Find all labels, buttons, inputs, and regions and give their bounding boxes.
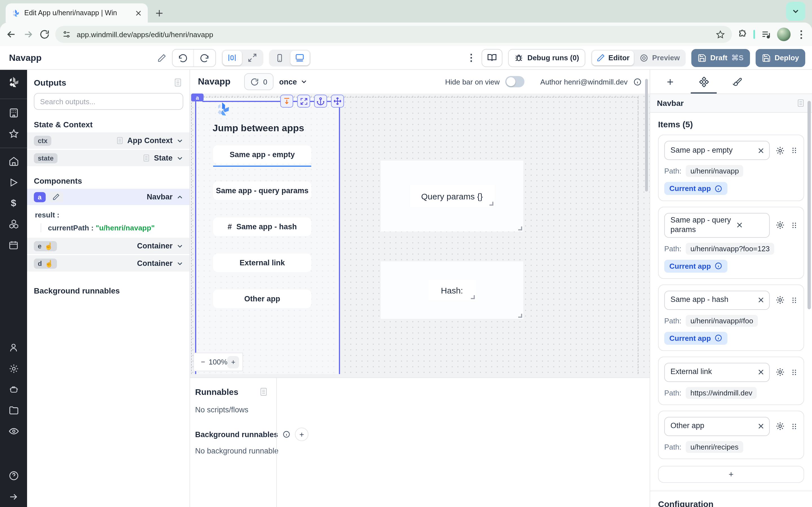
preview-tab[interactable]: Preview xyxy=(635,50,684,65)
draft-button[interactable]: Draft ⌘S xyxy=(691,49,750,67)
url-bar[interactable]: app.windmill.dev/apps/edit/u/henri/navap… xyxy=(55,26,732,43)
rail-workers-robot-icon[interactable] xyxy=(0,379,27,400)
component-e-row[interactable]: e ☝ Container xyxy=(27,238,190,254)
clear-icon[interactable] xyxy=(757,297,765,304)
clear-icon[interactable] xyxy=(757,423,765,430)
item-settings-gear-icon[interactable] xyxy=(775,421,785,431)
rail-favorites-star-icon[interactable] xyxy=(0,123,27,144)
browser-tab[interactable]: Edit App u/henri/navapp | Win xyxy=(6,3,148,22)
rail-users-icon[interactable] xyxy=(0,337,27,358)
nav-item-hash[interactable]: # Same app - hash xyxy=(213,217,311,236)
rail-expand-arrow-icon[interactable] xyxy=(0,486,27,507)
nav-item-query-params[interactable]: Same app - query params xyxy=(213,181,311,200)
search-outputs-input[interactable] xyxy=(34,93,183,110)
debug-runs-button[interactable]: Debug runs (0) xyxy=(508,49,585,67)
state-row[interactable]: state State xyxy=(27,150,190,166)
move-component-button[interactable] xyxy=(331,95,344,108)
clear-icon[interactable] xyxy=(736,222,743,229)
add-nav-item-button[interactable]: + xyxy=(658,466,804,483)
styling-tab[interactable] xyxy=(730,70,745,94)
app-canvas[interactable]: a Jump between apps Same app - empt xyxy=(190,94,650,378)
drag-handle-icon[interactable] xyxy=(791,296,798,305)
query-params-text-box[interactable]: Query params {} xyxy=(410,185,494,207)
undo-button[interactable] xyxy=(172,49,194,66)
rail-runs-icon[interactable] xyxy=(0,172,27,193)
rail-help-icon[interactable] xyxy=(0,465,27,486)
window-controls-chevron[interactable] xyxy=(786,2,805,21)
item-label-input[interactable]: External link xyxy=(664,363,770,382)
rail-schedules-icon[interactable] xyxy=(0,234,27,255)
docs-button[interactable] xyxy=(481,49,502,67)
mobile-view-button[interactable] xyxy=(270,50,289,65)
media-playlist-icon[interactable] xyxy=(761,29,771,40)
component-settings-tab[interactable] xyxy=(696,70,711,94)
item-label-input[interactable]: Same app - empty xyxy=(664,141,770,160)
rail-audit-eye-icon[interactable] xyxy=(0,420,27,441)
component-d-row[interactable]: d ☝ Container xyxy=(27,255,190,272)
drag-handle-icon[interactable] xyxy=(791,422,798,431)
profile-avatar[interactable] xyxy=(777,27,791,41)
new-tab-button[interactable] xyxy=(151,5,167,21)
resize-corner[interactable] xyxy=(470,295,474,299)
clear-icon[interactable] xyxy=(757,147,765,154)
full-width-button[interactable] xyxy=(243,50,262,65)
nav-item-same-app-empty[interactable]: Same app - empty xyxy=(213,145,311,164)
component-id-tag[interactable]: a xyxy=(191,94,204,101)
browser-menu-icon[interactable]: ⋮ xyxy=(796,28,806,41)
anchor-component-button[interactable] xyxy=(314,95,327,108)
drag-handle-icon[interactable] xyxy=(791,221,798,230)
app-menu-kebab-icon[interactable]: ⋮ xyxy=(466,52,476,64)
expand-down-button[interactable] xyxy=(280,95,293,108)
component-rename-pencil-icon[interactable] xyxy=(49,191,63,202)
editor-tab[interactable]: Editor xyxy=(592,50,634,65)
rail-settings-gear-icon[interactable] xyxy=(0,358,27,379)
item-settings-gear-icon[interactable] xyxy=(775,221,785,230)
reload-button[interactable] xyxy=(40,29,50,40)
resize-corner[interactable] xyxy=(518,314,522,318)
component-a-row[interactable]: a Navbar xyxy=(27,189,190,205)
hash-container[interactable]: Hash: xyxy=(380,262,523,319)
item-path[interactable]: u/henri/navapp xyxy=(686,165,744,177)
redo-button[interactable] xyxy=(194,49,215,66)
background-info-icon[interactable] xyxy=(283,431,290,438)
hash-text-box[interactable]: Hash: xyxy=(428,280,476,300)
item-path[interactable]: u/henri/recipes xyxy=(686,441,743,453)
extensions-puzzle-icon[interactable] xyxy=(738,29,748,40)
add-background-runnable-button[interactable]: + xyxy=(295,428,308,441)
insert-component-tab[interactable] xyxy=(663,70,677,94)
windmill-logo[interactable] xyxy=(0,70,27,95)
fullscreen-component-button[interactable] xyxy=(297,95,310,108)
item-settings-gear-icon[interactable] xyxy=(775,146,785,155)
selection-left-handle[interactable] xyxy=(195,97,196,374)
drag-handle-icon[interactable] xyxy=(791,368,798,377)
deploy-button[interactable]: Deploy xyxy=(755,49,805,67)
author-info-icon[interactable] xyxy=(633,77,642,86)
rail-folders-icon[interactable] xyxy=(0,400,27,420)
ctx-doc-icon[interactable] xyxy=(116,136,124,145)
rail-variables-icon[interactable]: $ xyxy=(0,193,27,214)
rename-pencil-icon[interactable] xyxy=(157,53,166,62)
component-doc-icon[interactable] xyxy=(796,99,805,108)
tab-close-icon[interactable] xyxy=(135,9,142,17)
hide-bar-toggle[interactable] xyxy=(505,76,524,87)
selection-right-handle[interactable] xyxy=(339,97,340,374)
zoom-in-button[interactable]: + xyxy=(227,356,239,368)
item-label-input[interactable]: Same app - hash xyxy=(664,291,770,310)
item-label-input[interactable]: Other app xyxy=(664,417,770,436)
back-button[interactable] xyxy=(6,29,17,40)
resize-corner[interactable] xyxy=(518,226,522,230)
item-label-input[interactable]: Same app - query params xyxy=(664,213,770,238)
item-settings-gear-icon[interactable] xyxy=(775,368,785,377)
site-info-icon[interactable] xyxy=(62,30,71,39)
bookmark-star-icon[interactable] xyxy=(716,30,725,39)
desktop-view-button[interactable] xyxy=(290,50,310,65)
refresh-count-button[interactable]: 0 xyxy=(244,73,273,90)
clear-icon[interactable] xyxy=(757,369,765,376)
item-settings-gear-icon[interactable] xyxy=(775,295,785,305)
state-doc-icon[interactable] xyxy=(142,154,151,162)
item-path[interactable]: u/henri/navapp#foo xyxy=(686,315,758,327)
item-path[interactable]: u/henri/navapp?foo=123 xyxy=(686,243,774,255)
bounded-width-button[interactable] xyxy=(223,50,242,65)
forward-button[interactable] xyxy=(22,29,34,40)
zoom-out-button[interactable]: − xyxy=(197,358,209,366)
